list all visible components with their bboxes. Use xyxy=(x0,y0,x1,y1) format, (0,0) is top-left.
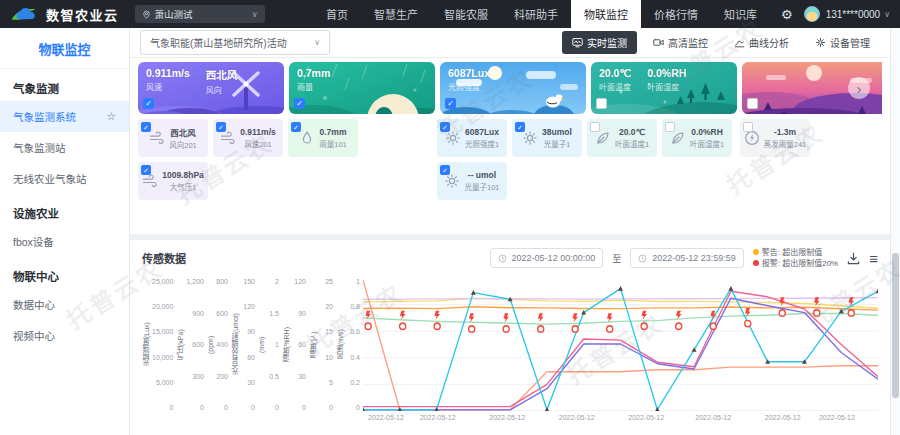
legend-dot xyxy=(753,249,759,255)
scrollbar-thumb[interactable] xyxy=(892,253,899,398)
weather-card-rain[interactable]: 0.7mm雨量✓ xyxy=(289,62,435,114)
sidebar-item-气象监测系统[interactable]: 气象监测系统☆ xyxy=(0,101,129,132)
sensor-tile-风速201[interactable]: ✓0.911m/s风速201 xyxy=(213,119,283,157)
leaf-icon xyxy=(595,130,611,146)
sensor-tile-雨量101[interactable]: ✓0.7mm雨量101 xyxy=(288,119,358,157)
nav-item-智慧生产[interactable]: 智慧生产 xyxy=(361,0,431,28)
y-axis-wind: 风速(m/s)10.80.60.40.20 xyxy=(336,278,361,423)
sidebar-item-fbox设备[interactable]: fbox设备 xyxy=(0,226,129,257)
axis-tick: 0 xyxy=(319,404,333,411)
sidebar-item-无线农业气象站[interactable]: 无线农业气象站 xyxy=(0,163,129,194)
nav-item-物联监控[interactable]: 物联监控 xyxy=(571,0,641,28)
warning-ring-icon xyxy=(676,323,682,329)
axis-tick: 0.6 xyxy=(346,328,360,335)
data-point-marker xyxy=(618,286,623,291)
legend-item: 报警: 超出限制值20% xyxy=(753,258,838,269)
card-checkbox[interactable] xyxy=(596,98,607,109)
toolbar-button-label: 实时监测 xyxy=(587,35,627,50)
boltc-icon xyxy=(744,130,760,146)
card-metric: 0.911m/s风速 xyxy=(146,67,190,95)
sidebar-item-数据中心[interactable]: 数据中心 xyxy=(0,289,129,320)
user-phone[interactable]: 131****0000 xyxy=(826,9,881,20)
user-avatar[interactable] xyxy=(804,6,820,22)
card-metric: 20.0℃叶面温度 xyxy=(599,67,631,92)
date-to-input[interactable]: 2022-05-12 23:59:59 xyxy=(630,248,744,268)
tile-text: 1009.8hPa大气压1 xyxy=(162,170,204,192)
sidebar-item-视频中心[interactable]: 视频中心 xyxy=(0,320,129,351)
series-ppm xyxy=(363,298,878,300)
alarm-bolt-icon xyxy=(641,311,647,320)
warning-ring-icon xyxy=(503,326,509,332)
metric-label: 叶面温度 xyxy=(599,81,631,92)
x-axis-label: 2022-05-12 xyxy=(628,414,664,421)
tile-label: 叶面湿度1 xyxy=(690,138,724,149)
nav-item-首页[interactable]: 首页 xyxy=(313,0,361,28)
warning-ring-icon xyxy=(710,323,716,329)
card-checkbox[interactable]: ✓ xyxy=(143,98,154,109)
location-select[interactable]: 萧山测试 ∨ xyxy=(135,5,265,23)
chart-menu-button[interactable]: ≡ xyxy=(869,250,878,267)
tile-checkbox[interactable]: ✓ xyxy=(141,122,151,132)
y-axis-label: (ppm) xyxy=(207,278,214,411)
download-button[interactable] xyxy=(847,252,860,265)
card-checkbox[interactable]: ✓ xyxy=(294,98,305,109)
warning-ring-icon xyxy=(538,326,544,332)
tile-checkbox[interactable]: ✓ xyxy=(440,122,450,132)
chart-controls: 2022-05-12 00:00:00 至 2022-05-12 23:59:5… xyxy=(490,247,878,269)
tile-checkbox[interactable] xyxy=(590,122,600,132)
card-metrics: 6087Lux光照强度 xyxy=(448,67,490,92)
axis-tick: 0 xyxy=(241,404,255,411)
sensor-tile-光量子1[interactable]: ✓38umol光量子1 xyxy=(512,119,582,157)
曲线分析-button[interactable]: 曲线分析 xyxy=(724,31,799,54)
tile-checkbox[interactable] xyxy=(743,122,753,132)
date-from-input[interactable]: 2022-05-12 00:00:00 xyxy=(490,248,604,268)
axis-tick: 200 xyxy=(214,373,228,380)
warning-ring-icon xyxy=(779,310,785,316)
tile-text: -1.3m蒸发雨量241 xyxy=(764,127,807,149)
axis-tick: 1 xyxy=(346,278,360,285)
sensor-tile-叶面温度1[interactable]: 20.0℃叶面温度1 xyxy=(587,119,657,157)
vertical-scrollbar[interactable] xyxy=(890,28,900,435)
tile-checkbox[interactable]: ✓ xyxy=(440,165,450,175)
y-axis-label: 光照强度(Lux) xyxy=(142,278,152,411)
axis-tick: 900 xyxy=(186,310,204,317)
favorite-star-icon[interactable]: ☆ xyxy=(106,110,116,123)
warning-ring-icon xyxy=(814,310,820,316)
weather-card-leaf[interactable]: 20.0℃叶面温度0.0%RH叶面湿度 xyxy=(591,62,737,114)
nav-item-智能农服[interactable]: 智能农服 xyxy=(431,0,501,28)
sensor-tile-光照强度1[interactable]: ✓6087Lux光照强度1 xyxy=(437,119,507,157)
sun-icon xyxy=(445,130,461,146)
card-checkbox[interactable] xyxy=(747,98,758,109)
weather-card-sun[interactable]: 6087Lux光照强度✓ xyxy=(440,62,586,114)
settings-gear-icon[interactable]: ⚙ xyxy=(770,7,804,22)
tile-checkbox[interactable]: ✓ xyxy=(291,122,301,132)
axis-tick: 90 xyxy=(292,310,306,317)
高清监控-button[interactable]: 高清监控 xyxy=(643,31,718,54)
clock-icon xyxy=(498,254,507,263)
nav-item-价格行情[interactable]: 价格行情 xyxy=(641,0,711,28)
weather-card-wind[interactable]: 0.911m/s风速西北风风向✓ xyxy=(138,62,284,114)
nav-item-知识库[interactable]: 知识库 xyxy=(711,0,770,28)
x-axis-label: 2022-05-12 xyxy=(819,414,855,421)
axis-tick: 150 xyxy=(241,278,255,285)
设备管理-button[interactable]: 设备管理 xyxy=(805,31,880,54)
main-content: 气象职能(萧山基地研究所)活动 ∨ 实时监测高清监控曲线分析设备管理 0.911… xyxy=(130,28,900,435)
metric-label: 光照强度 xyxy=(448,81,490,92)
tile-checkbox[interactable]: ✓ xyxy=(141,165,151,175)
sensor-tile-蒸发雨量241[interactable]: -1.3m蒸发雨量241 xyxy=(740,119,810,157)
sidebar-item-label: 视频中心 xyxy=(13,328,55,343)
sidebar-item-气象监测站[interactable]: 气象监测站 xyxy=(0,132,129,163)
实时监测-button[interactable]: 实时监测 xyxy=(562,31,637,54)
sensor-tile-光量子101[interactable]: ✓-- umol光量子101 xyxy=(437,162,507,200)
sensor-tile-叶面湿度1[interactable]: 0.0%RH叶面湿度1 xyxy=(662,119,732,157)
sensor-tile-风向201[interactable]: ✓西北风风向201 xyxy=(138,119,208,157)
device-select[interactable]: 气象职能(萧山基地研究所)活动 ∨ xyxy=(140,30,330,55)
tile-checkbox[interactable]: ✓ xyxy=(515,122,525,132)
sensor-tile-大气压1[interactable]: ✓1009.8hPa大气压1 xyxy=(138,162,208,200)
nav-item-科研助手[interactable]: 科研助手 xyxy=(501,0,571,28)
tile-checkbox[interactable]: ✓ xyxy=(216,122,226,132)
sidebar-title: 物联监控 xyxy=(0,28,129,69)
card-checkbox[interactable]: ✓ xyxy=(445,98,456,109)
tile-checkbox[interactable] xyxy=(665,122,675,132)
cards-next-button[interactable]: › xyxy=(848,77,870,99)
